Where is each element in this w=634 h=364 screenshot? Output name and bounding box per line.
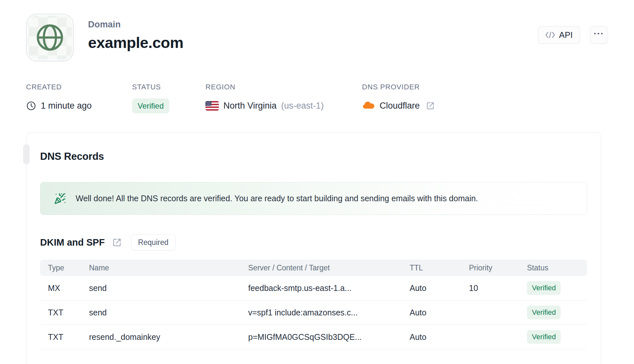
dns-provider-label: DNS PROVIDER	[362, 83, 434, 91]
created-label: CREATED	[26, 83, 132, 91]
region-label: REGION	[205, 83, 362, 91]
domain-header: Domain example.com API ···	[0, 0, 634, 61]
record-status-badge: Verified	[527, 281, 561, 295]
code-icon	[545, 31, 555, 38]
col-header-ttl: TTL	[410, 264, 469, 272]
dkim-spf-title: DKIM and SPF	[40, 237, 105, 248]
col-header-status: Status	[527, 264, 587, 272]
dkim-spf-external-link-icon[interactable]	[113, 238, 121, 247]
ellipsis-icon: ···	[594, 29, 604, 40]
card-scroll-tab	[23, 144, 30, 164]
globe-icon	[34, 21, 66, 54]
region-code: (us-east-1)	[281, 101, 324, 111]
success-banner-text: Well done! All the DNS records are verif…	[76, 194, 478, 203]
col-header-name: Name	[89, 264, 248, 272]
table-row[interactable]: TXT resend._domainkey p=MIGfMA0GCSqGSIb3…	[40, 325, 587, 349]
status-label: STATUS	[132, 83, 205, 91]
record-type: TXT	[40, 308, 89, 317]
record-priority: 10	[469, 283, 527, 293]
record-name: resend._domainkey	[89, 332, 248, 342]
record-ttl: Auto	[410, 308, 469, 317]
record-content: v=spf1 include:amazonses.c...	[248, 308, 410, 317]
success-banner: Well done! All the DNS records are verif…	[40, 182, 587, 215]
col-header-priority: Priority	[469, 264, 527, 272]
required-badge: Required	[131, 235, 175, 250]
record-status-badge: Verified	[527, 306, 561, 319]
record-ttl: Auto	[410, 332, 469, 342]
party-popper-icon	[54, 193, 66, 205]
dns-records-table: Type Name Server / Content / Target TTL …	[40, 260, 587, 349]
domain-meta: CREATED 1 minute ago STATUS Verified REG…	[0, 83, 634, 114]
domain-kicker: Domain	[88, 20, 183, 30]
domain-avatar	[26, 14, 74, 61]
region-name: North Virginia	[223, 101, 277, 111]
table-header-row: Type Name Server / Content / Target TTL …	[40, 260, 587, 276]
record-type: MX	[40, 283, 89, 293]
table-row[interactable]: TXT send v=spf1 include:amazonses.c... A…	[40, 300, 587, 325]
created-value: 1 minute ago	[41, 101, 92, 111]
record-status-badge: Verified	[527, 330, 561, 344]
dns-records-card: DNS Records Well done! All the DNS recor…	[26, 132, 601, 364]
cloudflare-icon	[362, 101, 375, 110]
dns-provider-value: Cloudflare	[380, 101, 420, 111]
page-title: example.com	[88, 34, 183, 52]
us-flag-icon	[205, 101, 219, 111]
record-ttl: Auto	[410, 283, 469, 293]
col-header-type: Type	[40, 264, 89, 272]
record-name: send	[89, 283, 248, 293]
record-content: feedback-smtp.us-east-1.a...	[248, 283, 410, 293]
record-content: p=MIGfMA0GCSqGSIb3DQE...	[248, 332, 410, 342]
dns-records-title: DNS Records	[40, 132, 587, 162]
record-name: send	[89, 308, 248, 317]
provider-external-link-icon[interactable]	[426, 102, 434, 110]
status-badge: Verified	[132, 99, 169, 114]
table-row[interactable]: MX send feedback-smtp.us-east-1.a... Aut…	[40, 276, 587, 300]
record-type: TXT	[40, 332, 89, 342]
dkim-spf-section-head: DKIM and SPF Required	[40, 235, 587, 250]
more-menu-button[interactable]: ···	[590, 26, 608, 44]
api-button[interactable]: API	[538, 26, 580, 44]
api-button-label: API	[559, 30, 573, 40]
col-header-content: Server / Content / Target	[248, 264, 410, 272]
clock-icon	[26, 101, 36, 111]
